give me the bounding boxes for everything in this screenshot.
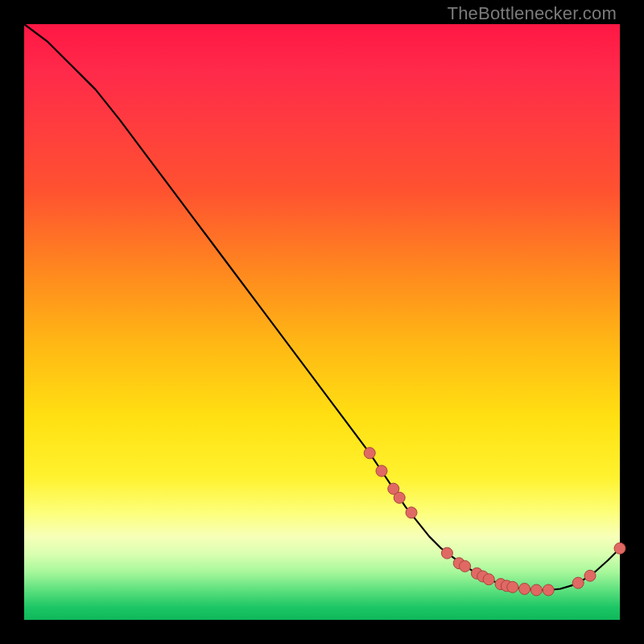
marker-point (584, 570, 596, 581)
marker-point (376, 465, 387, 477)
marker-point (519, 584, 530, 595)
marker-point (572, 577, 584, 588)
marker-point (530, 584, 542, 596)
marker-group (364, 448, 625, 596)
bottleneck-curve (24, 24, 620, 590)
watermark-text: TheBottlenecker.com (448, 3, 617, 24)
chart-frame: TheBottlenecker.com (0, 0, 644, 644)
marker-point (394, 492, 405, 503)
marker-point (441, 547, 452, 559)
marker-point (507, 581, 518, 592)
curve-layer (24, 24, 620, 620)
marker-point (614, 543, 625, 554)
marker-point (406, 507, 417, 518)
marker-point (543, 584, 554, 596)
marker-point (460, 560, 471, 572)
marker-point (364, 448, 375, 459)
marker-point (483, 574, 494, 585)
